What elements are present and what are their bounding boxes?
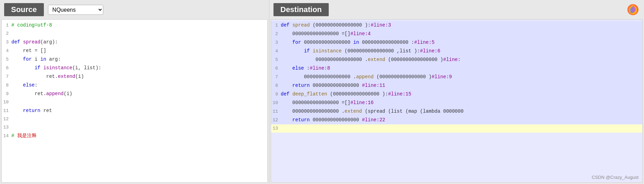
line-number: 7 <box>2 73 11 81</box>
line-number: 5 <box>2 55 11 64</box>
line-number: 14 <box>2 132 11 140</box>
line-number: 5 <box>271 56 281 64</box>
line-number: 13 <box>271 124 281 133</box>
table-row: 14# 我是注释 <box>2 132 267 140</box>
line-content: ret.extend(i) <box>11 72 84 81</box>
line-content: for i in arg: <box>11 55 61 63</box>
table-row: 4 if isinstance (0000000000000000 ,list … <box>271 47 642 55</box>
source-dropdown[interactable]: NQueens <box>48 5 103 15</box>
line-content: def spread (0000000000000000 ):#line:3 <box>281 21 391 29</box>
line-number: 8 <box>2 81 11 90</box>
source-label: Source <box>4 3 44 16</box>
dest-label: Destination <box>273 3 329 16</box>
line-content: def deep_flatten (0000000000000000 ):#li… <box>281 90 411 98</box>
line-content: # 我是注释 <box>11 132 37 140</box>
line-content: if isinstance (0000000000000000 ,list ):… <box>281 47 440 55</box>
line-number: 4 <box>271 47 281 55</box>
line-number: 10 <box>2 98 11 106</box>
table-row: 8 return 0000000000000000 #line:11 <box>271 81 642 90</box>
line-content: 0000000000000000 =[]#line:16 <box>281 99 374 107</box>
dest-code-lines: 1def spread (0000000000000000 ):#line:32… <box>271 20 642 182</box>
table-row: 11 return ret <box>2 106 267 115</box>
table-row: 12 return 0000000000000000 #line:22 <box>271 116 642 124</box>
line-number: 6 <box>2 64 11 72</box>
line-content: 0000000000000000 .extend (00000000000000… <box>281 55 461 64</box>
table-row: 7 ret.extend(i) <box>2 72 267 81</box>
line-number: 2 <box>2 30 11 38</box>
line-content: def spread(arg): <box>11 38 58 46</box>
line-number: 11 <box>271 108 281 116</box>
line-number: 8 <box>271 82 281 90</box>
watermark: CSDN @Crazy_August <box>592 175 638 180</box>
line-number: 4 <box>2 47 11 55</box>
table-row: 8 else: <box>2 81 267 90</box>
dest-code-area: 1def spread (0000000000000000 ):#line:32… <box>271 19 643 183</box>
line-content: if isinstance(i, list): <box>11 64 101 72</box>
line-number: 9 <box>2 90 11 98</box>
line-content: return ret <box>11 106 52 115</box>
line-number: 10 <box>271 99 281 107</box>
line-number: 7 <box>271 73 281 81</box>
table-row: 10 <box>2 98 267 106</box>
table-row: 3 for 0000000000000000 in 00000000000000… <box>271 38 642 47</box>
line-content: else: <box>11 81 38 89</box>
table-row: 12 <box>2 115 267 123</box>
table-row: 5 for i in arg: <box>2 55 267 64</box>
table-row: 5 0000000000000000 .extend (000000000000… <box>271 55 642 64</box>
line-content: # coding=utf-8 <box>11 21 52 29</box>
logo-icon <box>627 3 639 16</box>
line-content: ret = [] <box>11 47 46 55</box>
line-content: for 0000000000000000 in 0000000000000000… <box>281 38 434 47</box>
table-row: 13 <box>2 123 267 132</box>
line-number: 11 <box>2 107 11 115</box>
table-row: 9def deep_flatten (0000000000000000 ):#l… <box>271 90 642 99</box>
line-number: 1 <box>2 21 11 30</box>
table-row: 13 <box>271 124 642 133</box>
main-container: Source NQueens 1# coding=utf-823def spre… <box>0 0 644 184</box>
table-row: 6 if isinstance(i, list): <box>2 64 267 72</box>
line-content: 0000000000000000 =[]#line:4 <box>281 30 371 38</box>
line-content: else :#line:8 <box>281 64 330 72</box>
left-panel: Source NQueens 1# coding=utf-823def spre… <box>0 0 269 184</box>
line-content: return 0000000000000000 #line:22 <box>281 116 385 124</box>
line-number: 12 <box>271 116 281 124</box>
line-number: 3 <box>271 39 281 47</box>
table-row: 3def spread(arg): <box>2 38 267 47</box>
table-row: 6 else :#line:8 <box>271 64 642 73</box>
source-code-lines: 1# coding=utf-823def spread(arg):4 ret =… <box>2 20 267 142</box>
right-panel: Destination 1def spread (000000000000000… <box>269 0 644 184</box>
line-content: 0000000000000000 .append (00000000000000… <box>281 73 452 81</box>
line-number: 13 <box>2 123 11 132</box>
line-number: 9 <box>271 90 281 99</box>
table-row: 4 ret = [] <box>2 47 267 55</box>
line-content: 0000000000000000 .extend (spread (list (… <box>281 107 463 115</box>
table-row: 2 <box>2 30 267 38</box>
table-row: 1# coding=utf-8 <box>2 21 267 30</box>
right-header: Destination <box>269 0 644 19</box>
source-code-area: 1# coding=utf-823def spread(arg):4 ret =… <box>1 19 268 183</box>
line-number: 2 <box>271 30 281 38</box>
line-number: 3 <box>2 38 11 47</box>
table-row: 9 ret.append(i) <box>2 90 267 98</box>
line-content: ret.append(i) <box>11 90 72 98</box>
table-row: 1def spread (0000000000000000 ):#line:3 <box>271 21 642 30</box>
table-row: 10 0000000000000000 =[]#line:16 <box>271 99 642 107</box>
line-number: 1 <box>271 21 281 30</box>
line-number: 12 <box>2 115 11 123</box>
table-row: 7 0000000000000000 .append (000000000000… <box>271 73 642 81</box>
line-content: return 0000000000000000 #line:11 <box>281 81 385 90</box>
table-row: 2 0000000000000000 =[]#line:4 <box>271 30 642 38</box>
left-header: Source NQueens <box>0 0 269 19</box>
table-row: 11 0000000000000000 .extend (spread (lis… <box>271 107 642 116</box>
line-number: 6 <box>271 64 281 73</box>
